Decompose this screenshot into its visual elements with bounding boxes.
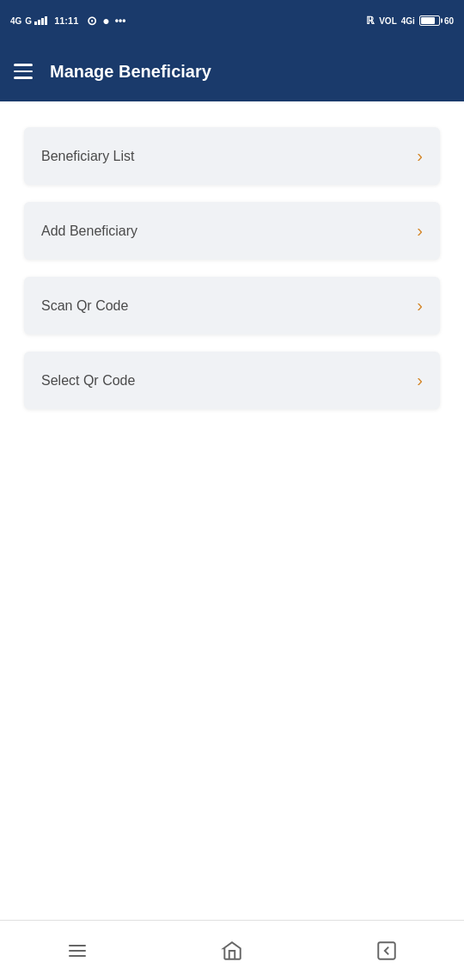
signal-icons: 4G G bbox=[10, 16, 47, 26]
main-content: Beneficiary List › Add Beneficiary › Sca… bbox=[0, 101, 464, 435]
scan-qr-code-item[interactable]: Scan Qr Code › bbox=[24, 277, 440, 334]
status-bar: 4G G 11:11 ⊙ ● ••• ℝ VOL 4Gi 60 bbox=[0, 0, 464, 41]
beneficiary-list-item[interactable]: Beneficiary List › bbox=[24, 127, 440, 185]
battery-icon bbox=[419, 15, 440, 26]
home-icon bbox=[221, 940, 243, 962]
select-qr-code-label: Select Qr Code bbox=[41, 373, 135, 389]
add-beneficiary-item[interactable]: Add Beneficiary › bbox=[24, 202, 440, 260]
menu-button[interactable] bbox=[14, 64, 33, 79]
svg-rect-0 bbox=[378, 942, 395, 959]
nav-home-button[interactable] bbox=[215, 934, 249, 968]
add-beneficiary-label: Add Beneficiary bbox=[41, 224, 137, 239]
nav-hamburger-icon bbox=[69, 945, 86, 957]
status-right-icons: ℝ VOL 4Gi 60 bbox=[366, 15, 454, 27]
nav-back-button[interactable] bbox=[369, 934, 404, 968]
bottom-nav bbox=[0, 920, 464, 980]
app-header: Manage Beneficiary bbox=[0, 41, 464, 101]
scan-qr-code-label: Scan Qr Code bbox=[41, 298, 128, 314]
nav-menu-button[interactable] bbox=[60, 934, 95, 968]
chevron-right-icon: › bbox=[417, 221, 423, 241]
status-time: 11:11 bbox=[54, 15, 78, 26]
chevron-right-icon: › bbox=[417, 146, 423, 166]
chevron-right-icon: › bbox=[417, 296, 423, 315]
select-qr-code-item[interactable]: Select Qr Code › bbox=[24, 352, 440, 409]
chevron-right-icon: › bbox=[417, 371, 423, 390]
back-icon bbox=[375, 940, 398, 962]
page-title: Manage Beneficiary bbox=[50, 62, 211, 82]
beneficiary-list-label: Beneficiary List bbox=[41, 149, 135, 164]
signal-bar-1 bbox=[34, 16, 47, 25]
